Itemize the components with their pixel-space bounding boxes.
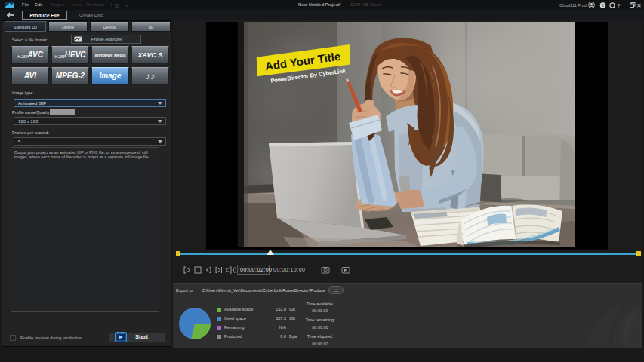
svg-text:0: 0 — [602, 3, 604, 8]
